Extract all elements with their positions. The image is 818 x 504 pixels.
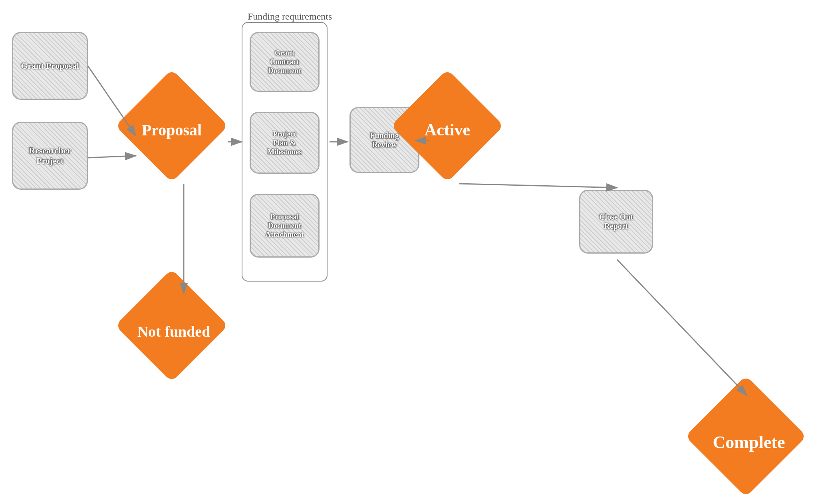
not-funded-diamond[interactable]	[115, 269, 228, 382]
flowchart-canvas: Grant Proposal ResearcherProject Proposa…	[0, 0, 818, 504]
svg-line-7	[459, 184, 617, 188]
complete-diamond[interactable]	[685, 375, 806, 497]
funding-requirements-label: Funding requirements	[248, 11, 332, 22]
proposal-diamond[interactable]	[115, 69, 228, 183]
close-out-node[interactable]	[579, 190, 653, 254]
project-plan-node[interactable]	[250, 112, 320, 174]
svg-line-2	[88, 156, 136, 158]
grant-proposal-node[interactable]	[12, 32, 88, 100]
researcher-project-node[interactable]	[12, 122, 88, 190]
grant-contract-node[interactable]	[250, 32, 320, 92]
svg-line-8	[617, 260, 747, 395]
proposal-document-node[interactable]	[250, 194, 320, 258]
